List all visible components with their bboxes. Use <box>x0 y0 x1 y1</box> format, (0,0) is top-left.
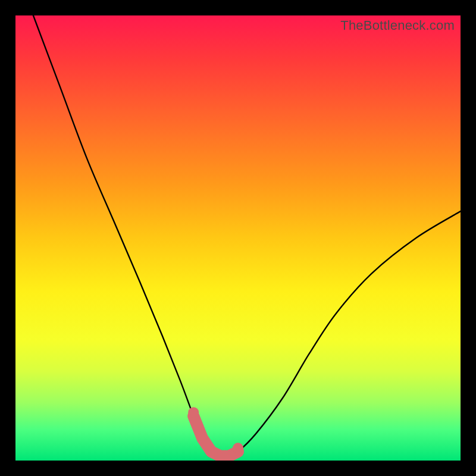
trough-marker-left <box>188 407 199 418</box>
bottleneck-curve-path <box>33 15 461 456</box>
trough-highlight <box>193 416 238 456</box>
curve-layer <box>15 15 461 461</box>
chart-container: TheBottleneck.com <box>0 0 476 476</box>
trough-marker-right <box>233 443 243 453</box>
chart-plot-area: TheBottleneck.com <box>15 15 461 461</box>
